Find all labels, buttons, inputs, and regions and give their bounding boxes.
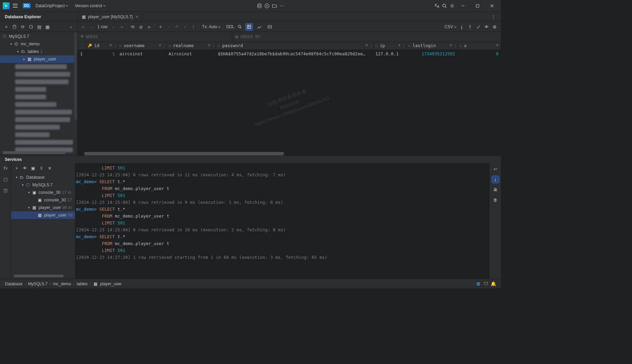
filter-icon[interactable]: ⧩	[496, 44, 499, 48]
svc-tree-datasource[interactable]: ▾ ⎔ MySQL5.7	[11, 181, 75, 189]
crumb[interactable]: Database	[5, 282, 22, 286]
column-header-ip[interactable]: ▭ ip ⧩ ⋮	[373, 42, 406, 49]
view-options-icon[interactable]: 👁	[484, 24, 489, 30]
cell-realname[interactable]: Aircoinst	[167, 50, 216, 57]
svc-tree-console-item[interactable]: ▣ console_30 17	[11, 196, 75, 204]
cell-lastlogin[interactable]: 1734935212592	[406, 50, 458, 57]
arrow-down-icon[interactable]: ▾	[14, 175, 19, 179]
grip-icon[interactable]: ⋮	[113, 43, 115, 48]
crumb[interactable]: player_user	[100, 282, 122, 286]
cell-id[interactable]: 1	[86, 50, 117, 57]
main-menu-icon[interactable]	[12, 3, 18, 9]
svc-tree-table-group[interactable]: ▾ ▦ player_user 98 m	[11, 204, 75, 211]
grip-icon[interactable]: ⋮	[453, 43, 455, 48]
arrow-down-icon[interactable]: ▾	[27, 190, 31, 195]
show-icon[interactable]: 👁	[22, 165, 28, 171]
data-row[interactable]: 1 1 aircoinst Aircoinst $SHA$0755a47d2a1…	[77, 50, 501, 57]
crumb[interactable]: MySQL5.7	[28, 282, 47, 286]
refresh-icon[interactable]: ⟳	[20, 24, 25, 30]
print-icon[interactable]: 🖶	[492, 186, 499, 194]
filter-icon[interactable]: ⧩	[109, 44, 112, 48]
revert-icon[interactable]: ↶	[174, 24, 180, 30]
clear-icon[interactable]: 🗑	[492, 196, 499, 204]
export-format-selector[interactable]: CSV	[444, 24, 456, 29]
cell-username[interactable]: aircoinst	[117, 50, 167, 57]
column-header-username[interactable]: ▭ username ⧩ ⋮	[117, 42, 167, 49]
grid-scrollbar-horizontal[interactable]	[84, 152, 284, 155]
translate-icon[interactable]	[434, 3, 440, 9]
arrow-down-icon[interactable]: ▾	[16, 49, 20, 54]
run-icon[interactable]	[264, 3, 270, 9]
close-icon[interactable]: ✕	[135, 14, 139, 19]
first-page-icon[interactable]: ⇤	[81, 24, 86, 30]
services-console[interactable]: LIMIT 501 [2024-12-23 14:25:04] 0 rows r…	[75, 163, 489, 279]
filter-icon[interactable]: ⧩	[207, 44, 210, 48]
column-header-password[interactable]: ▭ password ⧩ ⋮	[216, 42, 373, 49]
window-maximize[interactable]	[471, 1, 484, 11]
table-view-mode[interactable]	[245, 23, 253, 31]
gear-icon[interactable]: ⚙	[492, 24, 497, 30]
shield-icon[interactable]: 🛡	[483, 281, 489, 287]
tree-table[interactable]: ▸ ▦ player_user	[0, 55, 77, 63]
last-page-icon[interactable]: ⇥	[118, 24, 124, 30]
tree-datasource[interactable]: ⎔ MySQL5.7	[0, 33, 77, 40]
next-page-icon[interactable]: ›	[110, 24, 116, 30]
arrow-down-icon[interactable]: ▾	[27, 206, 31, 210]
tree-scrollbar-horizontal[interactable]	[3, 151, 65, 154]
crumb[interactable]: mc_demo	[53, 282, 71, 286]
arrow-down-icon[interactable]: ▾	[21, 183, 25, 187]
grip-icon[interactable]: ⋮	[162, 43, 164, 48]
vcs-menu[interactable]: Version control	[73, 2, 107, 9]
windows-tray-icon[interactable]: ⊞	[475, 281, 481, 287]
orderby-filter[interactable]: ≣ ORDER BY	[232, 32, 501, 41]
ddl-button[interactable]: DDL	[226, 24, 234, 29]
tx-icon[interactable]: Tx	[3, 165, 8, 171]
bookmark-icon[interactable]: ▢	[3, 176, 8, 182]
view-icon[interactable]: ▤	[36, 24, 42, 30]
add-row-icon[interactable]: ＋	[158, 24, 163, 30]
remove-row-icon[interactable]: －	[166, 24, 171, 30]
commit-icon[interactable]: ✓	[182, 24, 188, 30]
soft-wrap-icon[interactable]: ↩	[492, 165, 499, 173]
project-selector[interactable]: DataGripProject	[33, 2, 70, 9]
crumb[interactable]: tables	[77, 282, 88, 286]
filter-icon[interactable]: ⧩	[449, 44, 452, 48]
datasource-props-icon[interactable]	[12, 24, 17, 30]
tree-tables-folder[interactable]: ▾ 🗀 tables 1	[0, 48, 77, 55]
more-vert-icon[interactable]: ⋮	[491, 14, 496, 20]
more-icon[interactable]: ⋯	[279, 3, 285, 9]
folder-icon[interactable]	[272, 3, 277, 9]
search-icon[interactable]	[442, 3, 447, 9]
grip-icon[interactable]: ⋮	[369, 43, 371, 48]
cell-x[interactable]: 0	[458, 50, 501, 57]
layout-icon[interactable]: ◫	[3, 187, 8, 193]
tree-scrollbar-vertical[interactable]	[74, 32, 77, 120]
search-icon[interactable]	[237, 24, 243, 30]
arrow-down-icon[interactable]: ▾	[9, 42, 13, 46]
transpose-mode[interactable]	[266, 23, 274, 31]
submit-icon[interactable]: ↥	[191, 24, 196, 30]
grip-icon[interactable]: ⋮	[402, 43, 404, 48]
column-header-id[interactable]: 🔑 id ⧩ ⋮	[86, 42, 117, 49]
prev-page-icon[interactable]: ‹	[89, 24, 95, 30]
svc-tree-console-group[interactable]: ▾ ▣ console_30 17 m	[11, 189, 75, 196]
editor-tab[interactable]: ▦ player_user [MySQL5.7] ✕	[77, 12, 142, 22]
upload-icon[interactable]: ⭱	[467, 24, 473, 30]
svc-tree-table-item[interactable]: ▦ player_user 98	[11, 211, 75, 219]
settings-icon[interactable]	[449, 3, 455, 9]
table-view-icon[interactable]: ▦	[45, 24, 50, 30]
tx-mode-selector[interactable]: Tx: Auto	[202, 24, 220, 29]
filter-icon[interactable]: ⧩	[365, 44, 368, 48]
add-icon[interactable]: ＋	[14, 165, 19, 171]
filter-icon[interactable]: ⧩	[158, 44, 161, 48]
cell-ip[interactable]: 127.0.0.1	[373, 50, 406, 57]
grip-icon[interactable]: ⋮	[212, 43, 213, 48]
window-close[interactable]	[486, 1, 498, 11]
close-icon[interactable]: ✕	[47, 165, 52, 171]
stop-icon[interactable]: ■	[146, 24, 152, 30]
scroll-to-end-icon[interactable]: ⭳	[492, 176, 499, 183]
filter-icon[interactable]: ⧩	[398, 44, 400, 48]
notifications-icon[interactable]: 🔔	[491, 281, 496, 287]
add-icon[interactable]: ＋	[3, 24, 9, 30]
cancel-query-icon[interactable]: ⊘	[138, 24, 143, 30]
